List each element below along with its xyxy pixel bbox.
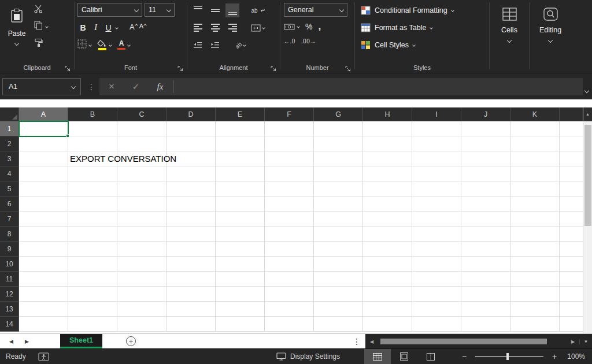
cell-b4[interactable]: [68, 166, 117, 181]
row-header-7[interactable]: 7: [0, 211, 19, 226]
copy-button[interactable]: [32, 20, 50, 33]
font-dialog-launcher[interactable]: [177, 64, 184, 70]
horizontal-scroll-thumb[interactable]: [380, 339, 547, 344]
cell-a10[interactable]: [19, 257, 68, 272]
cell-c10[interactable]: [117, 257, 166, 272]
cell-h1[interactable]: [363, 121, 412, 136]
cell-e3[interactable]: [216, 151, 265, 166]
cell-a13[interactable]: [19, 302, 68, 317]
column-header-f[interactable]: F: [265, 107, 314, 121]
cell-d4[interactable]: [166, 166, 216, 181]
column-header-k[interactable]: K: [510, 107, 560, 121]
cell-h10[interactable]: [363, 257, 412, 272]
cell-j14[interactable]: [461, 317, 510, 332]
cell-b10[interactable]: [68, 257, 117, 272]
cell-c6[interactable]: [117, 196, 166, 211]
row-header-10[interactable]: 10: [0, 257, 19, 272]
cell-e2[interactable]: [216, 136, 265, 151]
column-header-b[interactable]: B: [68, 107, 117, 121]
horizontal-scrollbar[interactable]: ◀ ▶ ▼: [365, 334, 592, 349]
fill-color-button[interactable]: [97, 38, 112, 52]
font-size-combo[interactable]: 11: [145, 3, 175, 17]
cell-d10[interactable]: [166, 257, 216, 272]
formula-input[interactable]: [175, 78, 583, 95]
cell-i12[interactable]: [412, 287, 461, 302]
next-sheet-button[interactable]: ▶: [25, 339, 29, 344]
cell-c7[interactable]: [117, 211, 166, 226]
cell-c8[interactable]: [117, 226, 166, 242]
cell-k8[interactable]: [510, 226, 560, 242]
cell-e4[interactable]: [216, 166, 265, 181]
cell-b9[interactable]: [68, 242, 117, 257]
cell-e13[interactable]: [216, 302, 265, 317]
cell-h14[interactable]: [363, 317, 412, 332]
paste-button[interactable]: Paste: [3, 2, 30, 58]
cell-a6[interactable]: [19, 196, 68, 211]
cell-g1[interactable]: [314, 121, 363, 136]
cell-h13[interactable]: [363, 302, 412, 317]
column-header-d[interactable]: D: [166, 107, 216, 121]
cell-i3[interactable]: [412, 151, 461, 166]
select-all-corner[interactable]: [0, 107, 19, 121]
row-header-4[interactable]: 4: [0, 166, 19, 181]
cell-j9[interactable]: [461, 242, 510, 257]
cell-e12[interactable]: [216, 287, 265, 302]
cell-i11[interactable]: [412, 272, 461, 287]
cell-k9[interactable]: [510, 242, 560, 257]
cell-c1[interactable]: [117, 121, 166, 136]
cell-i5[interactable]: [412, 181, 461, 196]
cell-g2[interactable]: [314, 136, 363, 151]
cell-b13[interactable]: [68, 302, 117, 317]
cell-e6[interactable]: [216, 196, 265, 211]
cell-e9[interactable]: [216, 242, 265, 257]
cell-a1[interactable]: [19, 121, 68, 136]
cell-h2[interactable]: [363, 136, 412, 151]
cell-j11[interactable]: [461, 272, 510, 287]
page-layout-view-button[interactable]: [391, 349, 417, 364]
cell-j12[interactable]: [461, 287, 510, 302]
editing-button[interactable]: Editing: [533, 2, 568, 60]
normal-view-button[interactable]: [364, 349, 391, 364]
cell-e7[interactable]: [216, 211, 265, 226]
scroll-left-button[interactable]: ◀: [365, 339, 378, 344]
column-header-i[interactable]: I: [412, 107, 461, 121]
cell-g14[interactable]: [314, 317, 363, 332]
name-box[interactable]: A1: [2, 78, 81, 95]
cell-i10[interactable]: [412, 257, 461, 272]
column-header-c[interactable]: C: [117, 107, 166, 121]
column-header-e[interactable]: E: [216, 107, 265, 121]
align-bottom-button[interactable]: [225, 3, 239, 17]
insert-function-button[interactable]: fx: [148, 78, 172, 95]
orientation-button[interactable]: ab: [234, 38, 247, 52]
cell-j6[interactable]: [461, 196, 510, 211]
cell-c12[interactable]: [117, 287, 166, 302]
cell-f12[interactable]: [265, 287, 314, 302]
alignment-dialog-launcher[interactable]: [270, 64, 277, 70]
cells-button[interactable]: Cells: [492, 2, 527, 60]
column-header-j[interactable]: J: [461, 107, 510, 121]
zoom-in-button[interactable]: +: [547, 352, 562, 361]
align-top-button[interactable]: [191, 3, 205, 17]
cell-h8[interactable]: [363, 226, 412, 242]
cell-a7[interactable]: [19, 211, 68, 226]
cell-h6[interactable]: [363, 196, 412, 211]
row-header-8[interactable]: 8: [0, 226, 19, 242]
comma-style-button[interactable]: ,: [318, 21, 321, 32]
zoom-slider-thumb[interactable]: [506, 353, 509, 360]
row-header-2[interactable]: 2: [0, 136, 19, 151]
cell-j1[interactable]: [461, 121, 510, 136]
cancel-button[interactable]: ×: [99, 78, 124, 95]
cell-b7[interactable]: [68, 211, 117, 226]
cell-j2[interactable]: [461, 136, 510, 151]
row-header-6[interactable]: 6: [0, 196, 19, 211]
cell-g6[interactable]: [314, 196, 363, 211]
number-dialog-launcher[interactable]: [345, 64, 352, 70]
cell-b5[interactable]: [68, 181, 117, 196]
cell-k11[interactable]: [510, 272, 560, 287]
cell-g5[interactable]: [314, 181, 363, 196]
page-break-view-button[interactable]: [417, 349, 444, 364]
increase-decimal-button[interactable]: ←.0: [284, 38, 295, 44]
increase-indent-button[interactable]: [208, 38, 222, 52]
cell-g12[interactable]: [314, 287, 363, 302]
row-header-11[interactable]: 11: [0, 272, 19, 287]
